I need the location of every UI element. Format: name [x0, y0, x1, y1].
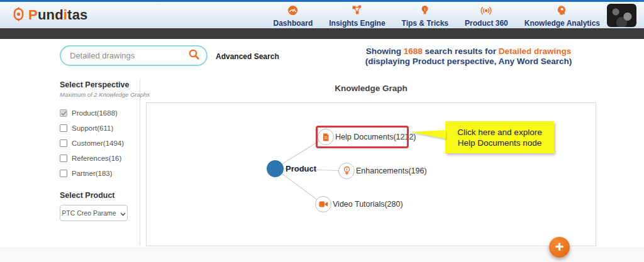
checkbox-product[interactable] [60, 109, 67, 117]
callout-tail [410, 130, 446, 139]
nav-tips-tricks[interactable]: Tips & Tricks [402, 5, 448, 28]
nav-label: Insights Engine [329, 19, 385, 28]
results-line1: Showing 1688 search results for Detailed… [333, 46, 604, 57]
perspective-option-references[interactable]: References(16) [60, 151, 140, 166]
graph-node-label: Video Tutorials(280) [333, 200, 403, 209]
checkbox-support[interactable] [60, 124, 67, 132]
main-nav: Dashboard Insights Engine [274, 2, 600, 30]
top-header: Punditas Dashboard [0, 0, 644, 28]
perspective-option-customer[interactable]: Customer(1494) [60, 136, 140, 151]
nav-product-360[interactable]: Product 360 [465, 5, 508, 28]
head-gear-icon [557, 5, 567, 18]
add-button[interactable]: + [549, 237, 570, 258]
checkbox-label: Product(1688) [72, 109, 118, 117]
video-camera-icon [315, 196, 331, 212]
logo[interactable]: Punditas [13, 7, 88, 24]
nav-label: Dashboard [274, 19, 313, 28]
search-results-summary: Showing 1688 search results for Detailed… [333, 46, 604, 66]
perspective-option-support[interactable]: Support(611) [60, 121, 140, 136]
checkbox-customer[interactable] [60, 139, 67, 147]
callout-tooltip: Click here and explore Help Documents no… [445, 121, 554, 153]
results-line2: (displaying Product perspective, Any Wor… [333, 57, 604, 67]
document-icon [318, 129, 334, 145]
checkbox-references[interactable] [60, 155, 67, 162]
perspective-note: Maximum of 2 Knowledge Graphs [60, 91, 140, 98]
knowledge-graph-title: Knowledge Graph [146, 84, 596, 93]
graph-node-label: Help Documents(1212) [335, 133, 416, 141]
graph-node-product[interactable] [267, 160, 284, 177]
nav-knowledge-analytics[interactable]: Knowledge Analytics [525, 5, 600, 28]
product-dropdown-value: PTC Creo Parame [62, 209, 116, 217]
chevron-down-icon [120, 207, 126, 219]
gauge-icon [287, 5, 298, 18]
nav-label: Tips & Tricks [402, 19, 448, 28]
lightbulb-icon [419, 5, 430, 18]
product-title: Select Product [60, 191, 140, 200]
page: Punditas Dashboard [0, 0, 644, 262]
nav-dashboard[interactable]: Dashboard [274, 5, 313, 28]
bottom-strip [0, 247, 644, 262]
checkbox-label: Customer(1494) [72, 139, 124, 147]
callout-line1: Click here and explore [457, 127, 541, 138]
search-icon[interactable] [188, 48, 200, 63]
perspective-option-product[interactable]: Product(1688) [60, 106, 140, 121]
perspective-title: Select Perspective [60, 80, 140, 89]
checkbox-partner[interactable] [60, 170, 67, 177]
product-dropdown[interactable]: PTC Creo Parame [60, 205, 128, 221]
punditas-logo-icon [13, 7, 25, 24]
graph-node-product-label: Product [286, 164, 316, 173]
secondary-bar [0, 28, 644, 39]
sidebar-divider [140, 79, 140, 245]
graph-node-help-documents[interactable]: Help Documents(1212) [318, 129, 416, 145]
checkbox-label: Partner(183) [72, 170, 113, 177]
results-count: 1688 [404, 46, 423, 56]
sidebar: Select Perspective Maximum of 2 Knowledg… [60, 80, 140, 221]
graph-node-label: Enhancements(196) [356, 166, 427, 175]
checkbox-label: Support(611) [72, 124, 113, 132]
checkbox-label: References(16) [72, 155, 121, 162]
search-bar [60, 45, 208, 66]
network-icon [352, 5, 362, 18]
graph-node-enhancements[interactable]: Enhancements(196) [338, 163, 427, 179]
broadcast-icon [480, 5, 492, 18]
user-avatar[interactable] [607, 4, 636, 27]
advanced-search-link[interactable]: Advanced Search [216, 52, 279, 61]
search-input[interactable] [70, 51, 188, 60]
perspective-option-partner[interactable]: Partner(183) [60, 166, 140, 181]
nav-label: Product 360 [465, 19, 508, 28]
graph-node-video-tutorials[interactable]: Video Tutorials(280) [315, 196, 403, 212]
lightbulb-icon [338, 163, 355, 179]
logo-text: Punditas [28, 7, 88, 23]
nav-insights-engine[interactable]: Insights Engine [329, 5, 385, 28]
knowledge-graph-panel: Product Help Documents(1212) [146, 102, 596, 246]
results-query: Detailed drawings [499, 46, 572, 56]
nav-label: Knowledge Analytics [525, 19, 600, 28]
callout-line2: Help Documents node [458, 138, 542, 148]
